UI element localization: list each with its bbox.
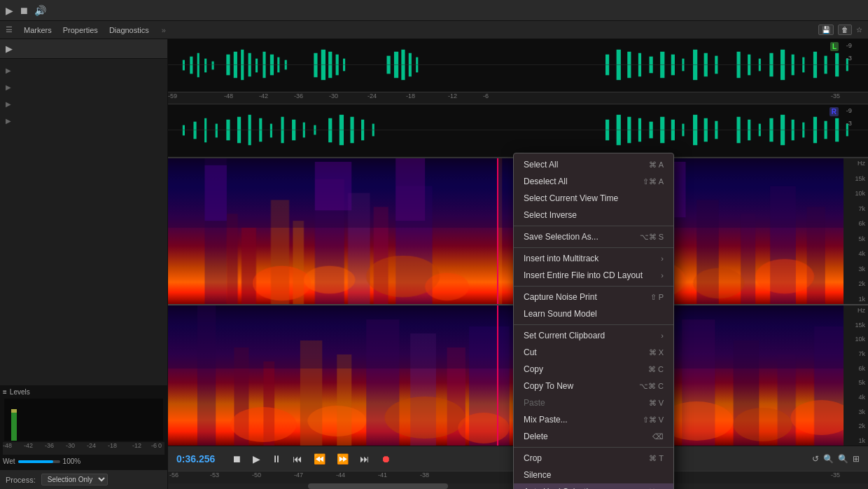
play-icon[interactable]: ▶ (6, 5, 13, 16)
bottom-timeline: -48 -42 -36 -30 -24 -18 -12 -6 0 (3, 442, 164, 455)
menu-item-label: Copy (524, 364, 543, 374)
svg-rect-5 (212, 62, 214, 70)
speaker-icon[interactable]: 🔊 (34, 5, 46, 16)
hamburger-icon[interactable]: ☰ (6, 25, 13, 34)
sidebar-collapse-icon[interactable]: ▶ (6, 43, 13, 54)
playhead-top (497, 158, 498, 304)
menu-item-silence[interactable]: Silence (514, 467, 673, 483)
menu-item-copy[interactable]: Copy⌘ C (514, 361, 673, 378)
rewind-button[interactable]: ⏮ (290, 452, 305, 466)
svg-rect-120 (168, 158, 844, 228)
play-button[interactable]: ▶ (250, 452, 263, 466)
loop-icon[interactable]: ↺ (812, 454, 819, 464)
levels-label: Levels (10, 388, 30, 396)
hz-b-4k: 4k (845, 394, 867, 401)
menu-item-auto-heal-selection[interactable]: Auto Heal Selection⌘ U (514, 483, 673, 489)
menu-item-copy-to-new[interactable]: Copy To New⌥⌘ C (514, 378, 673, 394)
svg-rect-3 (197, 53, 200, 78)
playhead-bottom (497, 305, 498, 446)
menu-item-deselect-all[interactable]: Deselect All⇧⌘ A (514, 173, 673, 190)
sidebar-row-1: ▶ (3, 62, 164, 78)
pause-button[interactable]: ⏸ (269, 452, 284, 466)
menu-item-label: Copy To New (524, 381, 573, 391)
menu-item-cut[interactable]: Cut⌘ X (514, 344, 673, 361)
hz-15k: 15k (845, 175, 867, 182)
record-button[interactable]: ⏺ (378, 452, 393, 466)
tab-diagnostics[interactable]: Diagnostics (109, 25, 149, 36)
svg-point-142 (230, 407, 296, 442)
ruler-tick-9: -6 (483, 92, 489, 99)
menu-separator-12 (514, 324, 673, 325)
waveform-bottom[interactable]: -9 -3 R (168, 104, 868, 157)
menu-item-save-selection-as...[interactable]: Save Selection As...⌥⌘ S (514, 228, 673, 245)
zoom-out-icon[interactable]: 🔍 (838, 454, 848, 464)
svg-text:-3: -3 (846, 55, 852, 62)
delete-btn[interactable]: 🗑 (838, 25, 852, 35)
svg-text:-9: -9 (846, 42, 852, 49)
tick-minus36: -36 (45, 442, 54, 449)
menu-item-select-current-view-time[interactable]: Select Current View Time (514, 190, 673, 207)
svg-point-119 (755, 259, 814, 294)
hz-b-5k: 5k (845, 379, 867, 386)
end-button[interactable]: ⏭ (357, 452, 372, 466)
wet-slider[interactable] (18, 460, 60, 463)
svg-rect-50 (168, 104, 868, 156)
hz-10k: 10k (845, 190, 867, 197)
menu-item-select-all[interactable]: Select All⌘ A (514, 156, 673, 173)
menu-item-crop[interactable]: Crop⌘ T (514, 450, 673, 467)
svg-point-148 (734, 408, 792, 441)
menu-item-label: Insert into Multitrack (524, 254, 598, 263)
menu-item-delete[interactable]: Delete⌫ (514, 428, 673, 445)
svg-text:-3: -3 (846, 120, 852, 127)
hz-label-top: Hz (845, 160, 867, 167)
svg-point-144 (384, 397, 465, 439)
menu-item-shortcut: ⇧⌘ A (643, 177, 664, 186)
fit-icon[interactable]: ⊞ (853, 454, 860, 464)
wet-percent: 100% (63, 457, 81, 465)
svg-point-113 (304, 266, 355, 294)
menu-item-select-inverse[interactable]: Select Inverse (514, 207, 673, 223)
save-btn[interactable]: 💾 (818, 25, 834, 35)
stop-icon[interactable]: ⏹ (19, 5, 29, 16)
svg-point-118 (693, 268, 744, 298)
svg-rect-4 (204, 59, 206, 73)
svg-text:-9: -9 (846, 107, 852, 114)
waveform-ruler: -59 -48 -42 -36 -30 -24 -18 -12 -6 -35 (168, 92, 868, 104)
menu-item-capture-noise-print[interactable]: Capture Noise Print⇧ P (514, 289, 673, 305)
spectral-svg-top (168, 158, 844, 304)
zoom-in-icon[interactable]: 🔍 (823, 454, 834, 464)
svg-rect-122 (315, 162, 351, 210)
star-icon[interactable]: ☆ (856, 26, 862, 34)
tick-minus24: -24 (87, 442, 96, 449)
menu-item-mix-paste...[interactable]: Mix Paste...⇧⌘ V (514, 411, 673, 428)
hz-b-1k: 1k (845, 437, 867, 444)
menu-item-shortcut: › (661, 331, 664, 340)
ruler-tick-6: -24 (368, 92, 377, 99)
menu-item-label: Paste (524, 398, 545, 408)
menu-item-label: Cut (524, 347, 537, 357)
stop-button[interactable]: ⏹ (229, 452, 244, 466)
menu-item-set-current-clipboard[interactable]: Set Current Clipboard› (514, 327, 673, 344)
more-tabs-icon[interactable]: » (162, 26, 166, 34)
b-ruler-2: -53 (210, 471, 219, 478)
back-button[interactable]: ⏪ (311, 452, 328, 466)
process-label: Process: (6, 476, 36, 484)
forward-button[interactable]: ⏩ (334, 452, 351, 466)
menu-item-insert-entire-file-into-cd-layout[interactable]: Insert Entire File into CD Layout› (514, 267, 673, 284)
waveform-svg-top: -9 -3 (168, 39, 868, 91)
waveform-top[interactable]: -9 -3 L (168, 39, 868, 92)
transport-time: 0:36.256 (176, 453, 215, 464)
tab-properties[interactable]: Properties (63, 25, 98, 36)
tab-bar: ☰ Markers Properties Diagnostics » 💾 🗑 ☆ (0, 21, 868, 39)
menu-item-shortcut: ⌘ X (649, 348, 664, 357)
arrow-1: ▶ (6, 67, 11, 74)
svg-point-143 (307, 406, 366, 436)
hz-6k: 6k (845, 220, 867, 227)
process-select[interactable]: Selection Only (41, 474, 108, 485)
menu-item-insert-into-multitrack[interactable]: Insert into Multitrack› (514, 250, 673, 267)
tab-markers[interactable]: Markers (24, 25, 52, 36)
menu-item-shortcut: › (661, 254, 664, 263)
svg-rect-150 (168, 305, 844, 369)
hz-b-6k: 6k (845, 365, 867, 372)
menu-item-learn-sound-model[interactable]: Learn Sound Model (514, 305, 673, 322)
